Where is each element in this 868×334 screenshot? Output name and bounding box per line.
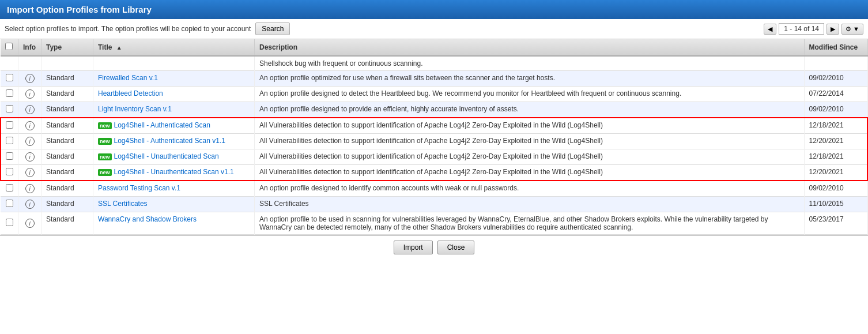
row-modified-cell: 11/10/2015 <box>804 197 867 212</box>
row-modified-cell: 09/02/2010 <box>804 71 867 87</box>
row-checkbox[interactable] <box>6 137 13 144</box>
row-checkbox-cell <box>1 102 18 118</box>
title-link[interactable]: Log4Shell - Unauthenticated Scan <box>114 152 219 160</box>
new-badge: new <box>98 169 112 176</box>
info-icon[interactable]: i <box>25 89 35 99</box>
row-description-cell: An option profile optimized for use when… <box>255 71 805 87</box>
row-type-cell: Standard <box>41 134 93 149</box>
row-checkbox[interactable] <box>6 219 13 226</box>
info-icon[interactable]: i <box>25 168 35 177</box>
row-checkbox[interactable] <box>6 168 13 175</box>
table-row: iStandardPassword Testing Scan v.1An opt… <box>1 181 867 197</box>
info-icon[interactable]: i <box>25 74 35 83</box>
close-button[interactable]: Close <box>437 241 475 254</box>
row-info-cell: i <box>18 71 41 87</box>
info-icon[interactable]: i <box>25 219 35 228</box>
new-badge: new <box>98 138 112 145</box>
title-link[interactable]: Firewalled Scan v.1 <box>98 74 158 82</box>
table-row: iStandardHeartbleed DetectionAn option p… <box>1 87 867 102</box>
row-checkbox-cell <box>1 118 18 134</box>
import-button[interactable]: Import <box>394 241 433 254</box>
title-link[interactable]: Heartbleed Detection <box>98 89 163 97</box>
row-modified-cell: 12/18/2021 <box>804 149 867 165</box>
info-icon[interactable]: i <box>25 152 35 162</box>
next-page-button[interactable]: ▶ <box>827 24 839 35</box>
title-header[interactable]: Title ▲ <box>93 39 255 56</box>
row-checkbox[interactable] <box>6 121 13 129</box>
row-description-cell: An option profile designed to detect the… <box>255 87 805 102</box>
table-body: Shellshock bug with frequent or continuo… <box>1 56 867 235</box>
table-row: Shellshock bug with frequent or continuo… <box>1 56 867 71</box>
select-all-checkbox[interactable] <box>5 43 13 50</box>
row-checkbox-cell <box>1 197 18 212</box>
table-header: Info Type Title ▲ Description Modified S… <box>1 39 867 56</box>
row-checkbox[interactable] <box>6 200 13 207</box>
page-title: Import Option Profiles from Library <box>7 5 152 14</box>
row-info-cell: i <box>18 165 41 181</box>
row-type-cell: Standard <box>41 71 93 87</box>
description-header: Description <box>255 39 805 56</box>
toolbar-description: Select option profiles to import. The op… <box>5 25 251 33</box>
toolbar-right: ◀ 1 - 14 of 14 ▶ ⚙ ▼ <box>764 23 863 35</box>
row-checkbox-cell <box>1 165 18 181</box>
info-icon[interactable]: i <box>25 137 35 146</box>
table-row: iStandardnewLog4Shell - Authenticated Sc… <box>1 134 867 149</box>
table-row: iStandardFirewalled Scan v.1An option pr… <box>1 71 867 87</box>
row-checkbox[interactable] <box>6 184 13 192</box>
table-row: iStandardnewLog4Shell - Unauthenticated … <box>1 165 867 181</box>
title-link[interactable]: WannaCry and Shadow Brokers <box>98 215 197 223</box>
title-link[interactable]: SSL Certificates <box>98 200 148 208</box>
row-title-cell: Firewalled Scan v.1 <box>93 71 255 87</box>
title-bar: Import Option Profiles from Library <box>0 0 868 19</box>
new-badge: new <box>98 153 112 160</box>
row-type-cell: Standard <box>41 102 93 118</box>
row-checkbox[interactable] <box>6 89 13 97</box>
row-checkbox[interactable] <box>6 105 13 112</box>
settings-button[interactable]: ⚙ ▼ <box>841 24 863 35</box>
title-link[interactable]: Password Testing Scan v.1 <box>98 184 180 192</box>
info-icon[interactable]: i <box>25 105 35 114</box>
row-description-cell: An option profile designed to provide an… <box>255 102 805 118</box>
title-link[interactable]: Log4Shell - Authenticated Scan <box>114 121 210 129</box>
title-link[interactable]: Log4Shell - Authenticated Scan v1.1 <box>114 137 225 145</box>
row-checkbox-cell <box>1 56 18 71</box>
row-title-cell: newLog4Shell - Authenticated Scan <box>93 118 255 134</box>
row-checkbox-cell <box>1 149 18 165</box>
info-icon[interactable]: i <box>25 121 35 130</box>
row-modified-cell: 07/22/2014 <box>804 87 867 102</box>
row-modified-cell: 05/23/2017 <box>804 212 867 235</box>
row-modified-cell: 12/20/2021 <box>804 165 867 181</box>
row-title-cell: newLog4Shell - Unauthenticated Scan <box>93 149 255 165</box>
sort-icon: ▲ <box>116 44 122 51</box>
row-title-cell: newLog4Shell - Unauthenticated Scan v1.1 <box>93 165 255 181</box>
row-description-cell: An option profile to be used in scanning… <box>255 212 805 235</box>
row-title-cell: Password Testing Scan v.1 <box>93 181 255 197</box>
row-info-cell: i <box>18 149 41 165</box>
row-type-cell: Standard <box>41 87 93 102</box>
page-info: 1 - 14 of 14 <box>779 23 824 35</box>
prev-page-button[interactable]: ◀ <box>764 24 776 35</box>
row-checkbox-cell <box>1 87 18 102</box>
search-button[interactable]: Search <box>255 22 290 35</box>
toolbar: Select option profiles to import. The op… <box>0 19 868 39</box>
title-link[interactable]: Light Inventory Scan v.1 <box>98 105 172 113</box>
row-title-cell: WannaCry and Shadow Brokers <box>93 212 255 235</box>
row-type-cell: Standard <box>41 118 93 134</box>
info-icon[interactable]: i <box>25 184 35 193</box>
info-header: Info <box>18 39 41 56</box>
row-checkbox-cell <box>1 212 18 235</box>
new-badge: new <box>98 122 112 129</box>
title-link[interactable]: Log4Shell - Unauthenticated Scan v1.1 <box>114 168 234 176</box>
modified-header: Modified Since <box>804 39 867 56</box>
row-checkbox[interactable] <box>6 152 13 160</box>
type-header: Type <box>41 39 93 56</box>
row-info-cell: i <box>18 102 41 118</box>
table-container: Info Type Title ▲ Description Modified S… <box>0 39 868 235</box>
row-description-cell: An option profile designed to identify c… <box>255 181 805 197</box>
row-title-cell: Heartbleed Detection <box>93 87 255 102</box>
info-icon[interactable]: i <box>25 200 35 209</box>
row-checkbox-cell <box>1 181 18 197</box>
row-checkbox[interactable] <box>6 74 13 81</box>
row-description-cell: All Vulnerabilities detection to support… <box>255 149 805 165</box>
row-checkbox-cell <box>1 71 18 87</box>
